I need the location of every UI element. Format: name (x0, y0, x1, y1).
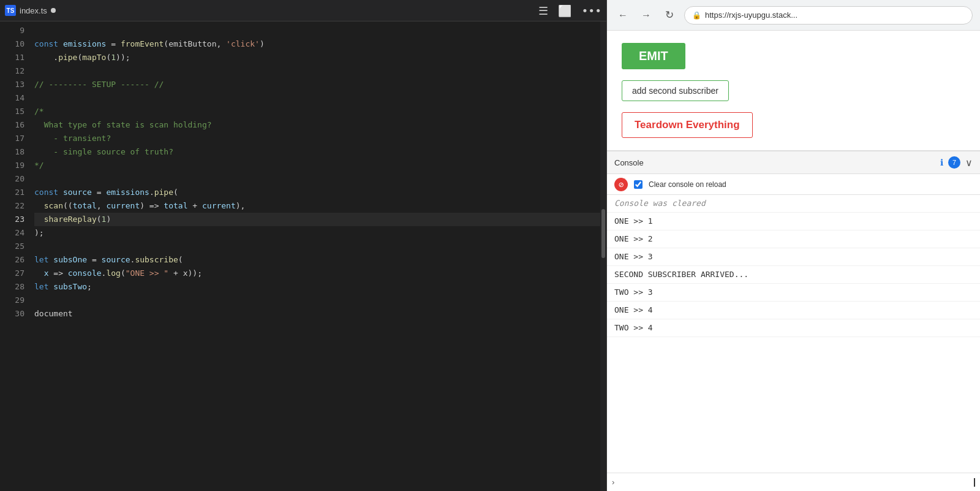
teardown-button[interactable]: Teardown Everything (622, 112, 753, 138)
console-entry: ONE >> 4 (607, 302, 980, 319)
clear-console-button[interactable] (614, 178, 628, 191)
code-line-29 (34, 294, 600, 307)
code-line-27: x => console.log("ONE >> " + x)); (34, 267, 600, 280)
menu-icon[interactable]: ☰ (538, 4, 548, 17)
console-toolbar: Clear console on reload (607, 174, 980, 195)
code-line-16: What type of state is scan holding? (34, 118, 600, 132)
code-line-26: let subsOne = source.subscribe( (34, 253, 600, 267)
console-prompt: › (612, 478, 614, 487)
code-line-30: document (34, 307, 600, 321)
console-entry: Console was cleared (607, 195, 980, 213)
code-line-14 (34, 91, 600, 105)
reload-button[interactable]: ↻ (661, 7, 678, 24)
code-line-13: // -------- SETUP ------ // (34, 78, 600, 91)
console-header: Console ℹ 7 ∨ (607, 151, 980, 174)
console-badge: 7 (948, 156, 960, 169)
console-input[interactable] (618, 478, 974, 487)
console-output: Console was clearedONE >> 1ONE >> 2ONE >… (607, 195, 980, 473)
clear-on-reload-checkbox[interactable] (634, 180, 643, 189)
console-panel: Console ℹ 7 ∨ Clear console on reload Co… (607, 151, 980, 491)
console-entry: ONE >> 3 (607, 248, 980, 266)
code-line-20 (34, 172, 600, 186)
info-icon: ℹ (940, 158, 943, 167)
code-content[interactable]: const emissions = fromEvent(emitButton, … (29, 21, 600, 491)
code-line-23: shareReplay(1) (34, 213, 600, 226)
tab-toolbar: ☰ ⬜ ••• (538, 4, 601, 17)
line-numbers: 9101112131415161718192021222324252627282… (0, 21, 29, 491)
back-button[interactable]: ← (614, 7, 631, 24)
split-editor-icon[interactable]: ⬜ (558, 4, 571, 17)
code-line-17: - transient? (34, 132, 600, 145)
code-line-24: ); (34, 226, 600, 240)
code-area: 9101112131415161718192021222324252627282… (0, 21, 606, 491)
scrollbar[interactable] (600, 21, 606, 491)
console-entry: ONE >> 1 (607, 213, 980, 230)
modified-dot (51, 8, 56, 13)
editor-panel: TS index.ts ☰ ⬜ ••• 91011121314151617181… (0, 0, 606, 491)
code-line-11: .pipe(mapTo(1)); (34, 51, 600, 64)
code-line-22: scan((total, current) => total + current… (34, 199, 600, 213)
lock-icon: 🔒 (692, 11, 701, 20)
browser-panel: ← → ↻ 🔒 https://rxjs-uyupgu.stack... EMI… (606, 0, 980, 491)
code-line-21: const source = emissions.pipe( (34, 186, 600, 199)
browser-preview: EMIT add second subscriber Teardown Ever… (607, 31, 980, 151)
console-entry: SECOND SUBSCRIBER ARRIVED... (607, 266, 980, 284)
ts-icon: TS (5, 5, 16, 16)
code-line-9 (34, 24, 600, 37)
tab-filename[interactable]: index.ts (20, 6, 47, 15)
console-chevron-icon[interactable]: ∨ (965, 157, 973, 169)
console-entry: ONE >> 2 (607, 230, 980, 248)
code-line-18: - single source of truth? (34, 145, 600, 159)
address-bar[interactable]: 🔒 https://rxjs-uyupgu.stack... (684, 6, 973, 25)
code-line-10: const emissions = fromEvent(emitButton, … (34, 37, 600, 51)
forward-button[interactable]: → (638, 7, 655, 24)
editor-tab-bar: TS index.ts ☰ ⬜ ••• (0, 0, 606, 21)
tab-left: TS index.ts (5, 5, 56, 16)
console-input-row: › (607, 473, 980, 491)
browser-toolbar: ← → ↻ 🔒 https://rxjs-uyupgu.stack... (607, 0, 980, 31)
cursor (974, 478, 975, 487)
code-line-15: /* (34, 105, 600, 118)
code-line-19: */ (34, 159, 600, 172)
code-line-25 (34, 240, 600, 253)
more-icon[interactable]: ••• (581, 4, 601, 17)
code-line-28: let subsTwo; (34, 280, 600, 294)
clear-on-reload-label: Clear console on reload (649, 180, 726, 189)
code-line-12 (34, 64, 600, 78)
console-entry: TWO >> 3 (607, 284, 980, 302)
url-text: https://rxjs-uyupgu.stack... (705, 10, 797, 20)
console-entry: TWO >> 4 (607, 319, 980, 337)
emit-button[interactable]: EMIT (622, 43, 685, 69)
scrollbar-thumb[interactable] (601, 209, 605, 258)
add-subscriber-button[interactable]: add second subscriber (622, 80, 729, 101)
console-title: Console (614, 158, 935, 167)
